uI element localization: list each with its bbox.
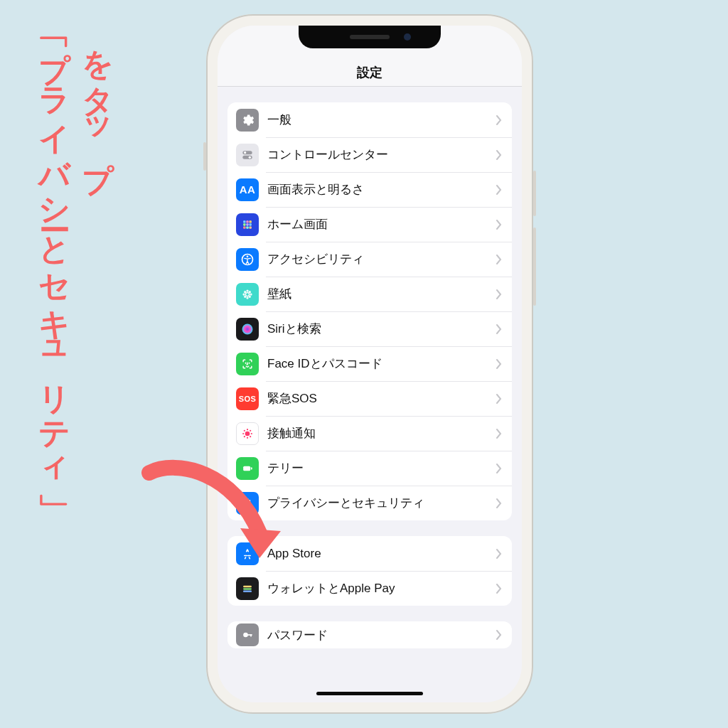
row-faceid[interactable]: Face IDとパスコード (228, 346, 512, 381)
phone-notch (299, 26, 441, 48)
sos-icon: SOS (236, 387, 259, 410)
svg-rect-37 (243, 585, 252, 587)
svg-point-23 (245, 296, 246, 297)
textsize-icon: AA (236, 178, 259, 201)
chevron-right-icon (496, 549, 502, 559)
svg-rect-5 (243, 220, 245, 223)
svg-point-16 (246, 292, 250, 296)
row-label: ウォレットとApple Pay (267, 580, 496, 596)
row-passwords[interactable]: パスワード (228, 621, 512, 648)
chevron-right-icon (496, 324, 502, 334)
chevron-right-icon (496, 150, 502, 160)
switches-icon (236, 144, 259, 166)
phone-screen: 設定 一般 コントロールセンター (218, 26, 522, 702)
chevron-right-icon (496, 255, 502, 264)
row-label: コントロールセンター (267, 146, 496, 163)
row-label: ホーム画面 (267, 216, 496, 232)
row-accessibility[interactable]: アクセシビリティ (228, 242, 512, 277)
svg-point-4 (249, 156, 251, 158)
row-label: Siriと検索 (267, 321, 496, 337)
row-display[interactable]: AA 画面表示と明るさ (228, 172, 512, 207)
chevron-right-icon (496, 584, 502, 594)
svg-point-30 (251, 432, 252, 434)
svg-point-19 (243, 294, 245, 295)
battery-icon (236, 457, 259, 480)
settings-scroll[interactable]: 一般 コントロールセンター AA 画面表示と明るさ (218, 87, 522, 702)
row-sos[interactable]: SOS 緊急SOS (228, 381, 512, 416)
page-title: 設定 (218, 57, 522, 81)
privacy-icon (236, 492, 259, 515)
row-label: Face IDとパスコード (267, 355, 496, 372)
siri-icon (236, 318, 259, 341)
row-privacy[interactable]: プライバシーとセキュリティ (228, 486, 512, 520)
row-label: テリー (267, 460, 496, 476)
row-wallet[interactable]: ウォレットとApple Pay (228, 571, 512, 606)
row-siri[interactable]: Siriと検索 (228, 311, 512, 346)
svg-point-32 (250, 429, 251, 431)
exposure-icon (236, 422, 259, 445)
row-label: アクセシビリティ (267, 251, 496, 267)
svg-point-24 (249, 296, 250, 297)
chevron-right-icon (496, 429, 502, 439)
instruction-annotation: 「プライバシーとセキュリティ」 をタップ (37, 27, 116, 476)
svg-rect-11 (243, 226, 245, 228)
phone-frame: 設定 一般 コントロールセンター (206, 14, 533, 714)
settings-group: 一般 コントロールセンター AA 画面表示と明るさ (228, 102, 512, 520)
wallet-icon (236, 577, 259, 600)
svg-point-20 (250, 294, 252, 295)
gear-icon (236, 109, 259, 132)
svg-point-33 (244, 436, 245, 437)
svg-rect-35 (243, 466, 250, 471)
svg-point-22 (249, 291, 250, 292)
svg-point-2 (244, 151, 246, 154)
svg-rect-7 (250, 220, 252, 223)
chevron-right-icon (496, 464, 502, 473)
svg-point-17 (247, 290, 248, 291)
phone-side-button-right-1 (533, 171, 536, 216)
svg-rect-10 (250, 223, 252, 225)
phone-side-button-right-2 (533, 228, 536, 306)
svg-point-31 (244, 429, 245, 431)
svg-point-40 (243, 633, 248, 638)
chevron-right-icon (496, 630, 502, 640)
row-label: 一般 (267, 112, 496, 128)
svg-point-18 (247, 297, 248, 299)
row-label: パスワード (267, 627, 496, 643)
chevron-right-icon (496, 498, 502, 508)
chevron-right-icon (496, 394, 502, 404)
svg-rect-38 (243, 588, 252, 590)
svg-point-25 (242, 323, 253, 334)
svg-rect-8 (243, 223, 245, 225)
row-general[interactable]: 一般 (228, 102, 512, 137)
row-label: プライバシーとセキュリティ (267, 495, 496, 511)
svg-rect-13 (250, 226, 252, 228)
svg-point-15 (247, 255, 249, 257)
svg-rect-9 (246, 223, 248, 225)
chevron-right-icon (496, 185, 502, 195)
svg-rect-39 (243, 590, 252, 592)
home-indicator[interactable] (316, 692, 423, 695)
appstore-icon (236, 542, 259, 565)
phone-side-button-left (203, 142, 206, 171)
svg-point-26 (245, 431, 250, 436)
chevron-right-icon (496, 115, 502, 125)
svg-point-34 (250, 436, 251, 437)
annotation-line-2: をタップ (80, 27, 117, 476)
row-home-screen[interactable]: ホーム画面 (228, 207, 512, 242)
settings-group: パスワード (228, 621, 512, 648)
chevron-right-icon (496, 289, 502, 299)
svg-rect-6 (246, 220, 248, 223)
row-control-center[interactable]: コントロールセンター (228, 137, 512, 172)
row-battery[interactable]: テリー (228, 451, 512, 486)
faceid-icon (236, 353, 259, 375)
svg-rect-42 (250, 634, 252, 636)
row-exposure[interactable]: 接触通知 (228, 416, 512, 451)
svg-rect-12 (246, 226, 248, 228)
row-label: 壁紙 (267, 286, 496, 302)
row-appstore[interactable]: App Store (228, 536, 512, 571)
svg-point-27 (247, 429, 248, 430)
svg-point-29 (242, 432, 244, 434)
row-label: 緊急SOS (267, 390, 496, 407)
row-wallpaper[interactable]: 壁紙 (228, 277, 512, 311)
accessibility-icon (236, 248, 259, 271)
